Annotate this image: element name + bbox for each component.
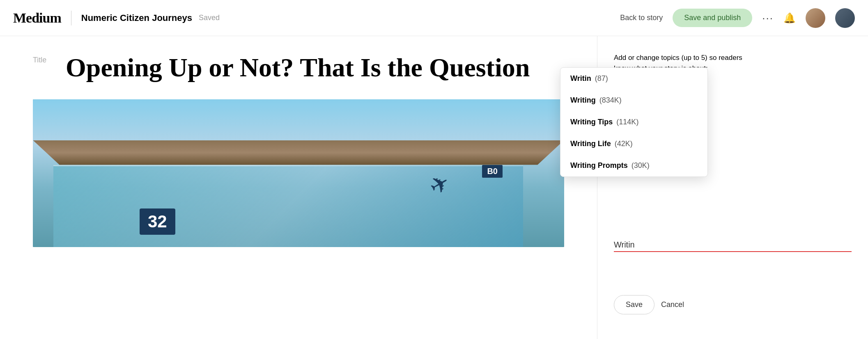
dropdown-tag-count-1: (87) xyxy=(593,74,608,83)
main-content: Title Opening Up or Not? That Is the Que… xyxy=(0,36,868,339)
saved-status: Saved xyxy=(199,14,220,22)
back-to-story-link[interactable]: Back to story xyxy=(620,14,663,22)
save-button[interactable]: Save xyxy=(614,295,654,314)
title-label: Title xyxy=(33,53,57,64)
dropdown-tag-count-5: (30K) xyxy=(629,161,650,170)
dropdown-tag-name-4: Writing Life xyxy=(570,140,611,148)
save-and-publish-button[interactable]: Save and publish xyxy=(673,9,752,27)
airport-sign-32: 32 xyxy=(140,208,175,235)
dropdown-tag-name-5: Writing Prompts xyxy=(570,161,628,170)
dropdown-tag-count-2: (834K) xyxy=(597,96,622,105)
article-title[interactable]: Opening Up or Not? That Is the Question xyxy=(66,53,530,83)
tag-search-input[interactable] xyxy=(614,240,852,250)
avatar-primary[interactable] xyxy=(806,8,825,28)
header: Medium Numeric Citizen Journeys Saved Ba… xyxy=(0,0,868,36)
dropdown-item-writin[interactable]: Writin (87) xyxy=(560,68,707,89)
dropdown-item-writing-prompts[interactable]: Writing Prompts (30K) xyxy=(560,155,707,176)
dropdown-tag-name-1: Writin xyxy=(570,74,591,83)
dropdown-item-writing[interactable]: Writing (834K) xyxy=(560,89,707,111)
search-input-container xyxy=(614,240,852,252)
right-panel: Add or change topics (up to 5) so reader… xyxy=(597,36,868,339)
notifications-button[interactable]: 🔔 xyxy=(783,12,796,24)
cancel-button[interactable]: Cancel xyxy=(661,295,684,314)
header-actions: Back to story Save and publish ··· 🔔 xyxy=(620,8,855,28)
tag-dropdown: Writin (87) Writing (834K) Writing Tips … xyxy=(560,67,708,177)
airport-board: B0 xyxy=(482,165,503,178)
article-image: 32 B0 ✈ xyxy=(33,99,564,247)
title-row: Title Opening Up or Not? That Is the Que… xyxy=(33,53,564,83)
header-divider xyxy=(71,11,71,25)
tag-search-area xyxy=(614,240,852,265)
dropdown-item-writing-life[interactable]: Writing Life (42K) xyxy=(560,133,707,155)
bell-icon: 🔔 xyxy=(783,12,796,23)
article-editor: Title Opening Up or Not? That Is the Que… xyxy=(0,36,597,339)
action-buttons: Save Cancel xyxy=(614,295,684,314)
dropdown-tag-name-3: Writing Tips xyxy=(570,118,613,126)
dropdown-tag-name-2: Writing xyxy=(570,96,596,105)
more-options-button[interactable]: ··· xyxy=(762,13,774,23)
dropdown-item-writing-tips[interactable]: Writing Tips (114K) xyxy=(560,111,707,133)
dropdown-tag-count-4: (42K) xyxy=(613,140,633,148)
medium-logo: Medium xyxy=(13,10,61,26)
avatar-secondary[interactable] xyxy=(835,8,855,28)
dropdown-tag-count-3: (114K) xyxy=(614,118,638,126)
publication-title: Numeric Citizen Journeys xyxy=(81,13,192,23)
